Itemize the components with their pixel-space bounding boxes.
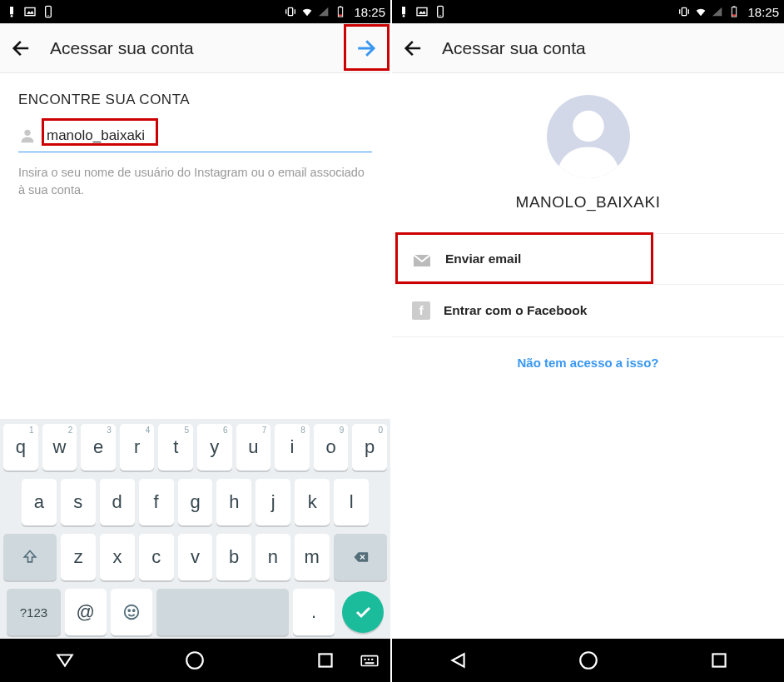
profile-section: MANOLO_BAIXAKI bbox=[392, 73, 784, 212]
status-time: 18:25 bbox=[744, 5, 779, 19]
person-icon bbox=[18, 127, 37, 145]
key-symbols[interactable]: ?123 bbox=[7, 589, 61, 635]
svg-point-24 bbox=[403, 15, 405, 17]
svg-point-34 bbox=[573, 111, 604, 142]
svg-rect-17 bbox=[319, 654, 331, 666]
svg-rect-9 bbox=[340, 6, 342, 7]
key-r[interactable]: 4r bbox=[120, 424, 155, 470]
key-z[interactable]: z bbox=[61, 534, 96, 580]
svg-point-28 bbox=[439, 15, 440, 16]
key-t[interactable]: 5t bbox=[158, 424, 193, 470]
svg-rect-18 bbox=[361, 656, 378, 666]
helper-text: Insira o seu nome de usuário do Instagra… bbox=[18, 164, 372, 199]
svg-rect-21 bbox=[371, 659, 373, 660]
app-header: Acessar sua conta bbox=[0, 23, 390, 73]
key-i[interactable]: 8i bbox=[275, 424, 310, 470]
key-q[interactable]: 1q bbox=[3, 424, 38, 470]
svg-point-13 bbox=[128, 610, 130, 611]
key-a[interactable]: a bbox=[22, 479, 57, 525]
key-dot[interactable]: . bbox=[293, 589, 335, 635]
email-icon bbox=[412, 251, 432, 267]
key-o[interactable]: 9o bbox=[314, 424, 349, 470]
option-email-label: Enviar email bbox=[445, 251, 521, 266]
battery-low-icon bbox=[727, 5, 741, 18]
options-list: Enviar email f Entrar com o Facebook bbox=[392, 233, 784, 337]
key-g[interactable]: g bbox=[178, 479, 213, 525]
header-title: Acessar sua conta bbox=[50, 38, 194, 58]
key-l[interactable]: l bbox=[334, 479, 369, 525]
key-space[interactable] bbox=[156, 589, 290, 635]
key-b[interactable]: b bbox=[216, 534, 251, 580]
svg-point-14 bbox=[132, 610, 134, 611]
svg-marker-7 bbox=[319, 7, 328, 17]
phone-screen-left: 18:25 Acessar sua conta ENCONTRE SUA CON… bbox=[0, 0, 392, 682]
nav-home-icon[interactable] bbox=[578, 650, 599, 671]
svg-rect-22 bbox=[365, 662, 375, 664]
section-title: ENCONTRE SUA CONTA bbox=[18, 92, 372, 108]
key-n[interactable]: n bbox=[256, 534, 290, 580]
header-title: Acessar sua conta bbox=[442, 38, 586, 58]
key-e[interactable]: 3e bbox=[81, 424, 116, 470]
key-j[interactable]: j bbox=[256, 479, 290, 525]
notification-icon bbox=[397, 5, 410, 18]
key-y[interactable]: 6y bbox=[197, 424, 232, 470]
svg-rect-32 bbox=[733, 6, 736, 7]
svg-rect-10 bbox=[339, 14, 342, 16]
key-emoji[interactable] bbox=[111, 589, 152, 635]
option-facebook-label: Entrar com o Facebook bbox=[444, 303, 587, 318]
nav-bar bbox=[392, 639, 784, 682]
key-p[interactable]: 0p bbox=[352, 424, 387, 470]
svg-rect-37 bbox=[712, 654, 725, 666]
nav-back-icon[interactable] bbox=[447, 650, 469, 671]
facebook-icon: f bbox=[412, 301, 430, 320]
key-c[interactable]: c bbox=[139, 534, 174, 580]
key-w[interactable]: 2w bbox=[42, 424, 77, 470]
image-icon bbox=[23, 5, 37, 18]
key-s[interactable]: s bbox=[61, 479, 96, 525]
key-h[interactable]: h bbox=[216, 479, 251, 525]
key-x[interactable]: x bbox=[100, 534, 135, 580]
back-arrow-icon[interactable] bbox=[402, 37, 425, 60]
key-k[interactable]: k bbox=[295, 479, 330, 525]
wifi-icon bbox=[300, 5, 314, 18]
profile-username: MANOLO_BAIXAKI bbox=[516, 193, 661, 212]
svg-rect-23 bbox=[402, 7, 405, 14]
status-bar: 18:25 bbox=[392, 0, 784, 23]
svg-marker-35 bbox=[452, 654, 464, 666]
key-backspace[interactable] bbox=[334, 534, 387, 580]
key-u[interactable]: 7u bbox=[236, 424, 271, 470]
signal-off-icon bbox=[317, 5, 330, 18]
signal-off-icon bbox=[711, 5, 724, 18]
username-input-row[interactable]: manolo_baixaki bbox=[18, 123, 372, 152]
nav-recent-icon[interactable] bbox=[708, 650, 730, 671]
svg-rect-6 bbox=[289, 7, 293, 15]
svg-rect-29 bbox=[682, 7, 687, 15]
svg-point-16 bbox=[187, 652, 204, 669]
nav-keyboard-icon[interactable] bbox=[359, 650, 380, 671]
nav-recent-icon[interactable] bbox=[315, 650, 336, 671]
status-bar: 18:25 bbox=[0, 0, 390, 23]
key-d[interactable]: d bbox=[100, 479, 135, 525]
wifi-icon bbox=[694, 5, 707, 18]
option-login-facebook[interactable]: f Entrar com o Facebook bbox=[392, 285, 784, 337]
nav-home-icon[interactable] bbox=[184, 650, 206, 671]
notification-icon bbox=[5, 5, 18, 18]
svg-point-36 bbox=[580, 652, 597, 669]
key-at[interactable]: @ bbox=[65, 589, 107, 635]
key-enter[interactable] bbox=[342, 591, 384, 633]
soft-keyboard[interactable]: 1q2w3e4r5t6y7u8i9o0p asdfghjkl zxcvbnm ?… bbox=[0, 419, 390, 639]
key-shift[interactable] bbox=[3, 534, 57, 580]
option-send-email[interactable]: Enviar email bbox=[392, 234, 784, 285]
phone-screen-right: 18:25 Acessar sua conta MANOLO_BAIXAKI E… bbox=[392, 0, 784, 682]
back-arrow-icon[interactable] bbox=[10, 37, 33, 60]
nav-back-icon[interactable] bbox=[54, 650, 76, 671]
key-v[interactable]: v bbox=[178, 534, 213, 580]
key-m[interactable]: m bbox=[295, 534, 330, 580]
app-header: Acessar sua conta bbox=[392, 23, 784, 73]
vibrate-icon bbox=[677, 5, 691, 18]
key-f[interactable]: f bbox=[139, 479, 174, 525]
no-access-link[interactable]: Não tem acesso a isso? bbox=[392, 337, 784, 388]
next-arrow-button[interactable] bbox=[350, 33, 380, 63]
nav-bar bbox=[0, 639, 390, 682]
svg-point-11 bbox=[24, 130, 30, 136]
